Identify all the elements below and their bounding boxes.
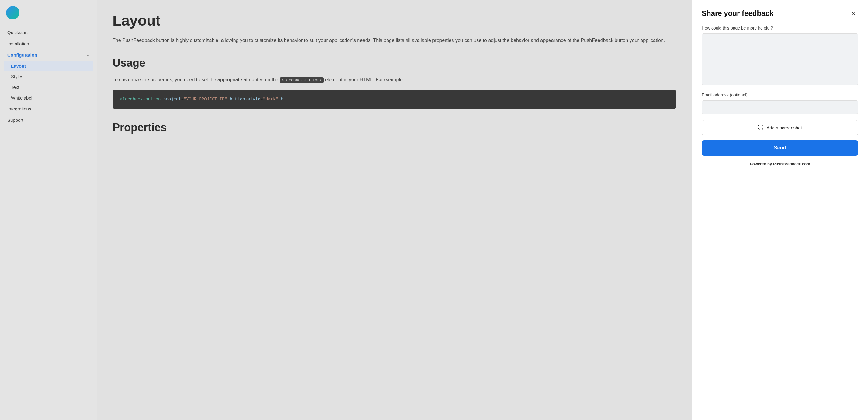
sidebar-sub-item-styles[interactable]: Styles xyxy=(0,71,97,82)
main-content: Layout The PushFeedback button is highly… xyxy=(97,0,691,420)
add-screenshot-button[interactable]: ⛶ Add a screenshot xyxy=(702,120,858,136)
chevron-right-icon: › xyxy=(89,41,90,46)
powered-by: Powered by PushFeedback.com xyxy=(702,161,858,166)
how-helpful-label: How could this page be more helpful? xyxy=(702,26,858,30)
sidebar-item-label: Support xyxy=(7,118,23,123)
feedback-header: Share your feedback × xyxy=(702,8,858,18)
logo xyxy=(6,6,20,20)
feedback-title: Share your feedback xyxy=(702,9,773,18)
send-button[interactable]: Send xyxy=(702,140,858,155)
brand-name: PushFeedback.com xyxy=(773,161,810,166)
sidebar-sub-item-label: Layout xyxy=(11,63,26,68)
properties-title: Properties xyxy=(113,121,676,134)
sidebar-item-support[interactable]: Support xyxy=(0,114,97,126)
sidebar-item-quickstart[interactable]: Quickstart xyxy=(0,27,97,38)
sidebar-item-label: Integrations xyxy=(7,106,31,111)
screenshot-label: Add a screenshot xyxy=(767,125,802,130)
feedback-textarea[interactable] xyxy=(702,33,858,85)
code-inline: <feedback-button> xyxy=(280,77,324,83)
usage-title: Usage xyxy=(113,57,676,69)
screenshot-icon: ⛶ xyxy=(758,124,764,131)
code-block: <feedback-button project="YOUR_PROJECT_I… xyxy=(113,90,676,109)
sidebar-item-label: Configuration xyxy=(7,52,37,58)
sidebar: Quickstart Installation › Configuration … xyxy=(0,0,97,420)
sidebar-sub-item-text[interactable]: Text xyxy=(0,82,97,92)
feedback-panel: Share your feedback × How could this pag… xyxy=(691,0,868,420)
email-label: Email address (optional) xyxy=(702,92,858,97)
email-input[interactable] xyxy=(702,100,858,114)
usage-text: To customize the properties, you need to… xyxy=(113,76,676,84)
sidebar-item-label: Installation xyxy=(7,41,29,46)
page-title: Layout xyxy=(113,12,676,29)
sidebar-item-configuration[interactable]: Configuration ⌄ xyxy=(0,49,97,61)
sidebar-sub-item-label: Text xyxy=(11,85,20,90)
sidebar-sub-item-layout[interactable]: Layout xyxy=(4,61,93,71)
sidebar-sub-item-label: Whitelabel xyxy=(11,95,32,100)
chevron-right-icon: › xyxy=(89,107,90,111)
close-button[interactable]: × xyxy=(848,8,858,18)
sidebar-sub-item-whitelabel[interactable]: Whitelabel xyxy=(0,92,97,103)
sidebar-item-integrations[interactable]: Integrations › xyxy=(0,103,97,114)
sidebar-sub-item-label: Styles xyxy=(11,74,23,79)
sidebar-item-label: Quickstart xyxy=(7,30,28,35)
intro-text: The PushFeedback button is highly custom… xyxy=(113,36,676,44)
chevron-down-icon: ⌄ xyxy=(86,53,90,57)
sidebar-item-installation[interactable]: Installation › xyxy=(0,38,97,49)
